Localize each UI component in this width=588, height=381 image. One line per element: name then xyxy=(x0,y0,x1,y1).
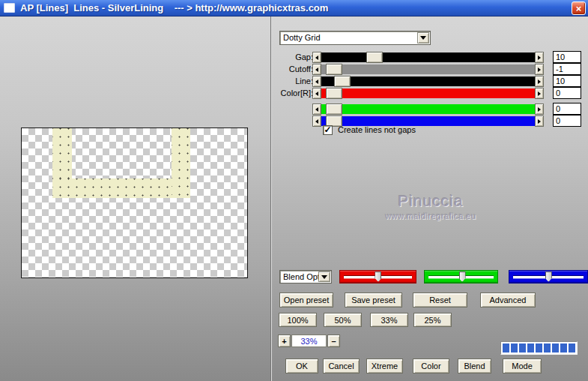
line-label: Line: xyxy=(255,76,313,86)
blend-green-slider[interactable] xyxy=(424,270,498,284)
zoom-33-button[interactable]: 33% xyxy=(370,313,408,327)
blend-blue-thumb[interactable] xyxy=(545,272,552,282)
line-slider-thumb[interactable] xyxy=(334,76,351,87)
title-bar: AP [Lines] Lines - SilverLining --- > ht… xyxy=(0,0,588,16)
color-green-slider[interactable] xyxy=(312,104,544,115)
create-lines-label: Create lines not gaps xyxy=(338,125,416,134)
blend-options-value: Blend Opti xyxy=(283,272,321,281)
preview-canvas[interactable] xyxy=(21,128,248,278)
blend-green-thumb[interactable] xyxy=(459,272,466,282)
slider-row-color-green xyxy=(0,104,588,115)
gap-label: Gap: xyxy=(255,52,313,62)
slider-row-cutoff: Cutoff: xyxy=(0,64,588,75)
zoom-25-button[interactable]: 25% xyxy=(413,313,452,327)
slider-row-gap: Gap: xyxy=(0,52,588,63)
arrow-right-icon[interactable] xyxy=(535,88,544,99)
color-red-slider[interactable] xyxy=(312,88,544,99)
preview-shape-right-bar xyxy=(172,128,190,198)
arrow-left-icon[interactable] xyxy=(312,76,321,87)
color-green-slider-track[interactable] xyxy=(321,104,535,114)
blend-blue-slider[interactable] xyxy=(509,270,588,284)
close-button[interactable]: × xyxy=(572,2,586,15)
zoom-in-button[interactable]: + xyxy=(278,334,291,347)
cutoff-label: Cutoff: xyxy=(255,64,313,74)
cutoff-slider-thumb[interactable] xyxy=(326,64,342,75)
arrow-left-icon[interactable] xyxy=(312,88,321,99)
zoom-50-button[interactable]: 50% xyxy=(324,313,362,327)
open-preset-button[interactable]: Open preset xyxy=(279,292,333,308)
color-green-value-input[interactable] xyxy=(553,103,581,115)
mode-button[interactable]: Mode xyxy=(503,358,542,374)
arrow-left-icon[interactable] xyxy=(312,64,321,75)
arrow-right-icon[interactable] xyxy=(535,104,544,115)
preset-dropdown[interactable]: Dotty Grid xyxy=(279,31,431,45)
gap-value-input[interactable] xyxy=(553,51,581,63)
app-icon xyxy=(4,3,15,13)
create-lines-checkbox[interactable]: ✓ xyxy=(323,125,333,135)
slider-row-line: Line: xyxy=(0,76,588,87)
close-icon: × xyxy=(576,3,582,14)
watermark: Pinuccia www.maidiregrafica.eu xyxy=(341,192,521,220)
window-title: AP [Lines] Lines - SilverLining --- > ht… xyxy=(20,2,328,14)
color-red-slider-thumb[interactable] xyxy=(326,88,342,99)
watermark-subtitle: www.maidiregrafica.eu xyxy=(341,212,521,220)
slider-row-color-red: Color[R]: xyxy=(0,88,588,99)
arrow-left-icon[interactable] xyxy=(312,52,321,63)
zoom-100-button[interactable]: 100% xyxy=(279,313,317,327)
line-slider[interactable] xyxy=(312,76,544,87)
preset-dropdown-value: Dotty Grid xyxy=(283,33,321,42)
preview-shape-bottom-bar xyxy=(52,178,190,198)
color-red-label: Color[R]: xyxy=(255,88,313,98)
blend-red-slider[interactable] xyxy=(339,270,416,284)
reset-button[interactable]: Reset xyxy=(413,292,467,308)
arrow-right-icon[interactable] xyxy=(535,64,544,75)
advanced-button[interactable]: Advanced xyxy=(480,292,536,308)
line-value-input[interactable] xyxy=(553,75,581,87)
color-button[interactable]: Color xyxy=(413,358,449,374)
blend-red-thumb[interactable] xyxy=(375,272,381,282)
color-green-slider-thumb[interactable] xyxy=(326,104,342,115)
cutoff-slider[interactable] xyxy=(312,64,544,75)
blend-button[interactable]: Blend xyxy=(458,358,491,374)
arrow-left-icon[interactable] xyxy=(312,104,321,115)
line-slider-track[interactable] xyxy=(321,76,535,86)
gap-slider-track[interactable] xyxy=(321,52,535,62)
xtreme-button[interactable]: Xtreme xyxy=(366,358,403,374)
ok-button[interactable]: OK xyxy=(285,358,318,374)
blend-options-dropdown[interactable]: Blend Opti xyxy=(279,270,332,284)
progress-bar xyxy=(500,341,578,355)
plugin-window: AP [Lines] Lines - SilverLining --- > ht… xyxy=(0,0,588,381)
chevron-down-icon[interactable] xyxy=(417,32,429,44)
gap-slider[interactable] xyxy=(312,52,544,63)
save-preset-button[interactable]: Save preset xyxy=(345,292,402,308)
cutoff-slider-track[interactable] xyxy=(321,64,535,74)
cutoff-value-input[interactable] xyxy=(553,63,581,75)
arrow-right-icon[interactable] xyxy=(535,52,544,63)
zoom-out-button[interactable]: – xyxy=(327,334,340,347)
cancel-button[interactable]: Cancel xyxy=(323,358,360,374)
color-red-slider-track[interactable] xyxy=(321,88,535,98)
create-lines-row: ✓ Create lines not gaps xyxy=(0,125,588,136)
gap-slider-thumb[interactable] xyxy=(366,52,383,63)
color-red-value-input[interactable] xyxy=(553,87,581,99)
zoom-level-field[interactable] xyxy=(291,334,327,347)
watermark-title: Pinuccia xyxy=(341,192,521,210)
checkbox-checkmark: ✓ xyxy=(324,124,331,135)
arrow-right-icon[interactable] xyxy=(535,76,544,87)
chevron-down-icon[interactable] xyxy=(318,272,330,282)
